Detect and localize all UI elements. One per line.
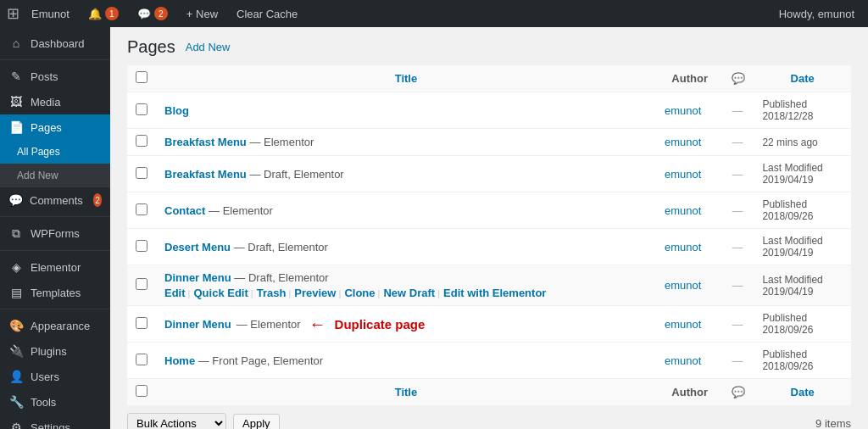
- author-link[interactable]: emunot: [665, 104, 701, 117]
- row-checkbox[interactable]: [136, 203, 147, 215]
- bulk-actions-select[interactable]: Bulk Actions Edit Move to Trash: [127, 413, 226, 429]
- wpforms-icon: ⧉: [8, 226, 24, 241]
- sidebar-item-posts[interactable]: ✎ Posts: [0, 64, 110, 89]
- author-link[interactable]: emunot: [665, 279, 701, 292]
- author-link[interactable]: emunot: [665, 318, 701, 331]
- adminbar-new[interactable]: + New: [180, 0, 225, 27]
- date-status: Last Modified: [762, 235, 843, 247]
- page-title-link[interactable]: Blog: [164, 104, 189, 117]
- wp-logo-icon: ⊞: [7, 4, 19, 23]
- media-icon: 🖼: [8, 95, 24, 109]
- page-title-link[interactable]: Desert Menu: [164, 241, 231, 254]
- admin-bar: ⊞ Emunot 🔔 1 💬 2 + New Clear Cache Howdy…: [0, 0, 868, 27]
- row-checkbox[interactable]: [136, 354, 147, 365]
- page-title-link[interactable]: Home: [164, 354, 195, 367]
- plugins-icon: 🔌: [8, 344, 24, 358]
- row-checkbox[interactable]: [136, 167, 147, 179]
- select-all-bottom-checkbox[interactable]: [136, 385, 147, 397]
- sidebar-item-users[interactable]: 👤 Users: [0, 364, 110, 389]
- adminbar-howdy[interactable]: Howdy, emunot: [772, 0, 861, 27]
- table-header-row: Title Author 💬 Date: [127, 65, 851, 92]
- row-checkbox[interactable]: [136, 317, 147, 329]
- sidebar-item-comments[interactable]: 💬 Comments 2: [0, 187, 110, 213]
- action-clone[interactable]: Clone: [344, 287, 375, 299]
- page-title-link[interactable]: Dinner Menu: [164, 271, 231, 284]
- row-checkbox[interactable]: [136, 278, 147, 290]
- date-status: Published: [762, 312, 843, 324]
- comment-count: —: [732, 318, 743, 331]
- comment-count: —: [732, 104, 743, 117]
- sidebar-item-settings[interactable]: ⚙ Settings: [0, 415, 110, 429]
- page-title-link[interactable]: Dinner Menu: [164, 318, 231, 331]
- table-row: Desert Menu — Draft, Elementor emunot — …: [127, 229, 851, 265]
- date-header-link[interactable]: Date: [791, 72, 815, 85]
- apply-button[interactable]: Apply: [233, 414, 280, 429]
- sidebar-item-appearance[interactable]: 🎨 Appearance: [0, 313, 110, 338]
- author-link[interactable]: emunot: [665, 168, 701, 181]
- comments-header: 💬: [723, 65, 754, 92]
- row-checkbox[interactable]: [136, 240, 147, 252]
- comment-icon: 💬: [137, 8, 151, 20]
- sidebar-item-elementor[interactable]: ◈ Elementor: [0, 254, 110, 280]
- date-footer-link[interactable]: Date: [791, 386, 815, 398]
- action-trash[interactable]: Trash: [257, 287, 287, 299]
- table-row: Dinner Menu — Elementor ← Duplicate page…: [127, 306, 851, 343]
- sidebar-item-media[interactable]: 🖼 Media: [0, 89, 110, 114]
- author-link[interactable]: emunot: [665, 204, 701, 217]
- adminbar-clear-cache[interactable]: Clear Cache: [230, 0, 304, 27]
- page-title-link[interactable]: Contact: [164, 204, 205, 217]
- author-link[interactable]: emunot: [665, 241, 701, 254]
- author-footer: Author: [656, 379, 723, 406]
- select-all-checkbox[interactable]: [136, 71, 147, 83]
- comment-count: —: [732, 241, 743, 254]
- tablenav-bottom: Bulk Actions Edit Move to Trash Apply 9 …: [127, 406, 851, 429]
- page-status-tag: — Front Page, Elementor: [198, 354, 323, 367]
- title-header-link[interactable]: Title: [395, 72, 418, 85]
- comment-count: —: [732, 204, 743, 217]
- sidebar-label-posts: Posts: [31, 70, 58, 83]
- new-label: + New: [186, 8, 218, 20]
- comment-count: —: [732, 136, 743, 148]
- sidebar-item-tools[interactable]: 🔧 Tools: [0, 389, 110, 415]
- elementor-icon: ◈: [8, 260, 24, 274]
- sidebar-item-templates[interactable]: ▤ Templates: [0, 280, 110, 305]
- action-preview[interactable]: Preview: [294, 287, 336, 299]
- title-footer-link[interactable]: Title: [395, 386, 418, 398]
- author-link[interactable]: emunot: [665, 354, 701, 367]
- sidebar-item-plugins[interactable]: 🔌 Plugins: [0, 338, 110, 364]
- table-footer-row: Title Author 💬 Date: [127, 379, 851, 406]
- sidebar-label-users: Users: [31, 370, 59, 383]
- sidebar-label-plugins: Plugins: [31, 345, 67, 358]
- all-pages-label: All Pages: [17, 146, 60, 158]
- add-new-link[interactable]: Add New: [186, 41, 231, 53]
- adminbar-updates[interactable]: 🔔 1: [81, 0, 125, 27]
- sidebar-label-appearance: Appearance: [31, 320, 90, 332]
- sidebar-item-add-new[interactable]: Add New: [0, 164, 110, 187]
- adminbar-site[interactable]: Emunot: [25, 0, 76, 27]
- templates-icon: ▤: [8, 286, 24, 299]
- sidebar-label-comments: Comments: [30, 194, 83, 207]
- sidebar-label-elementor: Elementor: [31, 261, 81, 274]
- updates-icon: 🔔: [88, 8, 102, 20]
- action-edit-elementor[interactable]: Edit with Elementor: [443, 287, 546, 299]
- row-checkbox[interactable]: [136, 135, 147, 147]
- page-title-link[interactable]: Breakfast Menu: [164, 168, 247, 181]
- author-link[interactable]: emunot: [665, 136, 701, 148]
- sidebar-label-templates: Templates: [31, 287, 81, 299]
- action-new-draft[interactable]: New Draft: [383, 287, 435, 299]
- sidebar-item-dashboard[interactable]: ⌂ Dashboard: [0, 31, 110, 56]
- sidebar-item-wpforms[interactable]: ⧉ WPForms: [0, 220, 110, 247]
- comments-footer: 💬: [723, 379, 754, 406]
- sidebar-item-all-pages[interactable]: All Pages: [0, 140, 110, 164]
- action-quick-edit[interactable]: Quick Edit: [193, 287, 248, 299]
- page-title-link[interactable]: Breakfast Menu: [164, 136, 247, 148]
- adminbar-comments[interactable]: 💬 2: [131, 0, 175, 27]
- add-new-label: Add New: [17, 170, 58, 181]
- date-status: Last Modified: [762, 274, 843, 286]
- row-checkbox[interactable]: [136, 103, 147, 115]
- appearance-icon: 🎨: [8, 319, 24, 332]
- action-edit[interactable]: Edit: [164, 287, 186, 299]
- tools-icon: 🔧: [8, 395, 24, 409]
- date-status: Published: [762, 198, 843, 210]
- sidebar-item-pages[interactable]: 📄 Pages: [0, 114, 110, 140]
